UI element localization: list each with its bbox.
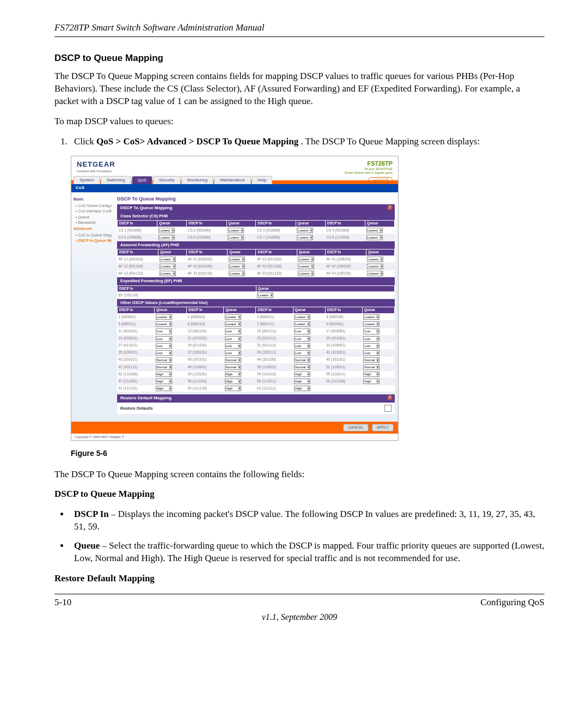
tab-help[interactable]: Help (252, 176, 272, 185)
queue-select[interactable]: High (225, 372, 241, 377)
queue-select[interactable]: Lowest (225, 314, 241, 320)
dscp-label: AF 22 (010100) (187, 263, 228, 270)
dscp-label: AF 23 (010110) (187, 270, 228, 277)
queue-select[interactable]: Lowest (225, 321, 241, 327)
queue-select[interactable]: Lowest (366, 228, 383, 233)
queue-select[interactable]: Lowest (367, 271, 383, 276)
queue-select[interactable]: Low (363, 328, 379, 334)
dscp-label: CS 3 (010000) (256, 227, 296, 234)
queue-select[interactable]: Lowest (156, 321, 172, 327)
queue-select[interactable]: Low (294, 343, 310, 349)
queue-select[interactable]: Low (225, 350, 241, 356)
dscp-label: 11 (001011) (118, 328, 155, 335)
queue-select[interactable]: Lowest (160, 271, 176, 276)
queue-select[interactable]: Lowest (158, 228, 175, 233)
sidebar-item[interactable]: • CoS Global Configuration (76, 203, 112, 208)
dscp-label: 6 (000110) (187, 321, 224, 328)
dscp-label: 31 (011111) (256, 342, 293, 349)
running-header: FS728TP Smart Switch Software Administra… (54, 22, 544, 34)
queue-select[interactable]: Lowest (228, 235, 244, 240)
queue-select[interactable]: Low (363, 336, 379, 342)
queue-select[interactable]: Lowest (367, 257, 383, 262)
queue-select[interactable]: Lowest (297, 235, 313, 240)
queue-select[interactable]: Lowest (229, 271, 245, 276)
queue-select[interactable]: Normal (225, 364, 241, 370)
subnav-cos[interactable]: CoS (71, 184, 398, 192)
queue-select[interactable]: Lowest (366, 235, 383, 240)
restore-defaults-checkbox[interactable] (384, 405, 391, 412)
dscp-label: 50 (110010) (256, 363, 293, 370)
queue-select[interactable]: Lowest (297, 228, 313, 233)
queue-select[interactable]: Lowest (363, 314, 379, 320)
tab-system[interactable]: System (74, 176, 100, 185)
queue-select[interactable]: Lowest (363, 321, 379, 327)
queue-select[interactable]: Low (294, 336, 310, 342)
queue-select[interactable]: Normal (156, 364, 172, 370)
dscp-label: 35 (100011) (118, 349, 155, 356)
ef-label: EF (101110) (118, 292, 256, 299)
queue-select[interactable]: Low (363, 343, 379, 349)
sidebar-item-dscp-mapping[interactable]: • DSCP to Queue Mapping (76, 238, 112, 243)
queue-select[interactable]: Lowest (229, 257, 245, 262)
queue-select[interactable]: High (156, 386, 172, 391)
sidebar-item[interactable]: • Bandwidth (76, 220, 112, 225)
sidebar-item[interactable]: • CoS to Queue Mapping (76, 233, 112, 238)
queue-select[interactable]: Low (225, 343, 241, 349)
queue-select[interactable]: Normal (294, 357, 310, 363)
queue-select[interactable]: High (363, 379, 379, 384)
queue-select[interactable]: Low (156, 343, 172, 349)
queue-select[interactable]: High (294, 386, 310, 391)
help-icon[interactable]: ? (387, 395, 393, 400)
queue-select[interactable]: Lowest (298, 271, 314, 276)
af-phb-title: Assured Forwarding (AF) PHB (117, 241, 395, 249)
queue-select[interactable]: Normal (156, 357, 172, 363)
section-heading: DSCP to Queue Mapping (54, 52, 544, 65)
queue-select[interactable]: Lowest (294, 314, 310, 320)
sidebar-item[interactable]: • CoS Interface Configuration (76, 209, 112, 214)
queue-select[interactable]: Lowest (160, 257, 176, 262)
queue-select[interactable]: Normal (294, 364, 310, 370)
queue-select[interactable]: High (363, 372, 379, 377)
queue-select[interactable]: High (225, 379, 241, 384)
queue-select[interactable]: Low (156, 350, 172, 356)
logout-button[interactable]: LOGOUT (369, 177, 393, 183)
queue-select[interactable]: High (294, 372, 310, 377)
step-1: Click QoS > CoS> Advanced > DSCP To Queu… (70, 136, 544, 148)
dscp-label: CS 4 (011000) (325, 227, 365, 234)
queue-select[interactable]: Lowest (294, 321, 310, 327)
queue-select[interactable]: Lowest (298, 264, 314, 269)
help-icon[interactable]: ? (387, 205, 393, 210)
sidebar-item[interactable]: • Queue (76, 215, 112, 220)
queue-select[interactable]: Lowest (160, 264, 176, 269)
queue-select[interactable]: High (156, 372, 172, 377)
queue-select[interactable]: Low (294, 350, 310, 356)
dscp-label: 37 (100101) (187, 349, 224, 356)
queue-select[interactable]: High (156, 379, 172, 384)
tab-maintenance[interactable]: Maintenance (214, 176, 251, 185)
queue-select[interactable]: Low (225, 328, 241, 334)
queue-select[interactable]: High (294, 379, 310, 384)
queue-select[interactable]: Lowest (228, 228, 244, 233)
queue-select[interactable]: Low (156, 336, 172, 342)
queue-select[interactable]: Lowest (156, 314, 172, 320)
queue-select[interactable]: High (225, 386, 241, 391)
queue-select[interactable]: Low (156, 328, 172, 334)
queue-select[interactable]: Low (294, 328, 310, 334)
queue-select[interactable]: Low (363, 350, 379, 356)
cancel-button[interactable]: CANCEL (343, 424, 368, 431)
model-name: FS728TP (345, 160, 393, 168)
tab-qos[interactable]: QoS (132, 176, 152, 185)
queue-select[interactable]: Normal (225, 357, 241, 363)
queue-select[interactable]: Lowest (367, 264, 383, 269)
queue-select[interactable]: Lowest (257, 293, 273, 298)
queue-select[interactable]: Normal (363, 364, 379, 370)
queue-select[interactable]: Lowest (158, 235, 175, 240)
tab-security[interactable]: Security (153, 176, 181, 185)
tab-monitoring[interactable]: Monitoring (181, 176, 213, 185)
apply-button[interactable]: APPLY (372, 424, 394, 431)
queue-select[interactable]: Low (225, 336, 241, 342)
tab-switching[interactable]: Switching (101, 176, 131, 185)
queue-select[interactable]: Lowest (298, 257, 314, 262)
queue-select[interactable]: Lowest (229, 264, 245, 269)
queue-select[interactable]: Normal (363, 357, 379, 363)
